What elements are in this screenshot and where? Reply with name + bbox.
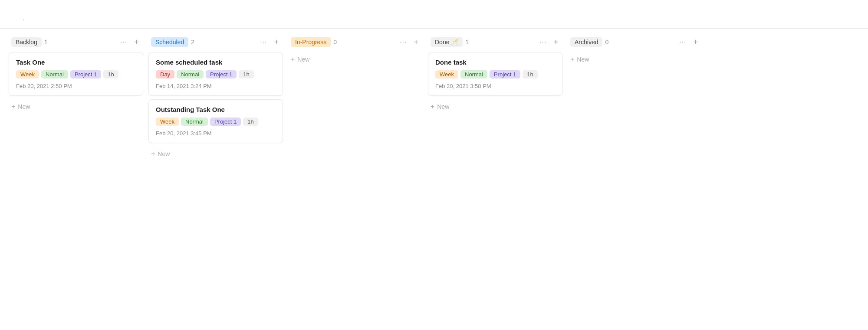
task-title-done-0: Done task: [435, 59, 555, 66]
task-title-scheduled-0: Some scheduled task: [156, 59, 276, 66]
task-tags-done-0: WeekNormalProject 11h: [435, 70, 555, 78]
column-label-scheduled: Scheduled: [151, 37, 188, 47]
new-button-backlog[interactable]: +New: [9, 99, 143, 114]
tag-hour-scheduled-0-3: 1h: [239, 70, 253, 78]
column-add-button-in-progress[interactable]: +: [412, 37, 420, 47]
column-header-scheduled: Scheduled2···+: [148, 36, 283, 49]
column-add-button-done[interactable]: +: [552, 37, 560, 47]
new-button-archived[interactable]: +New: [568, 52, 702, 67]
task-date-scheduled-1: Feb 20, 2021 3:45 PM: [156, 130, 276, 137]
column-header-right-scheduled: ···+: [258, 37, 280, 47]
column-scheduled: Scheduled2···+Some scheduled taskDayNorm…: [148, 36, 283, 161]
column-menu-button-in-progress[interactable]: ···: [398, 38, 408, 46]
column-menu-button-done[interactable]: ···: [538, 38, 548, 46]
new-button-in-progress[interactable]: +New: [288, 52, 423, 67]
new-plus-icon-backlog: +: [11, 103, 15, 111]
column-header-in-progress: In-Progress0···+: [288, 36, 423, 49]
column-header-right-archived: ···+: [677, 37, 700, 47]
task-tags-backlog-0: WeekNormalProject 11h: [16, 70, 136, 78]
board-container: Backlog1···+Task OneWeekNormalProject 11…: [0, 29, 868, 289]
column-menu-button-scheduled[interactable]: ···: [258, 38, 269, 46]
column-header-left-scheduled: Scheduled2: [151, 37, 194, 47]
task-tags-scheduled-0: DayNormalProject 11h: [156, 70, 276, 78]
column-header-archived: Archived0···+: [568, 36, 702, 49]
breadcrumb-separator: ·: [23, 16, 24, 23]
column-backlog: Backlog1···+Task OneWeekNormalProject 11…: [9, 36, 143, 114]
task-card-scheduled-0[interactable]: Some scheduled taskDayNormalProject 11hF…: [148, 52, 283, 96]
tag-normal-done-0-1: Normal: [460, 70, 487, 78]
task-card-backlog-0[interactable]: Task OneWeekNormalProject 11hFeb 20, 202…: [9, 52, 143, 96]
new-label-done: New: [437, 103, 449, 110]
task-card-scheduled-1[interactable]: Outstanding Task OneWeekNormalProject 11…: [148, 99, 283, 143]
column-label-backlog: Backlog: [11, 37, 42, 47]
tag-week-backlog-0-0: Week: [16, 70, 39, 78]
column-header-left-archived: Archived0: [570, 37, 608, 47]
tag-project1-done-0-2: Project 1: [490, 70, 520, 78]
new-label-backlog: New: [18, 103, 30, 110]
new-label-archived: New: [577, 56, 589, 63]
new-plus-icon-scheduled: +: [151, 150, 155, 158]
tag-day-scheduled-0-0: Day: [156, 70, 174, 78]
column-count-done: 1: [465, 39, 469, 46]
column-add-button-archived[interactable]: +: [691, 37, 700, 47]
column-count-in-progress: 0: [333, 39, 337, 46]
new-button-scheduled[interactable]: +New: [148, 147, 283, 161]
tag-normal-scheduled-1-1: Normal: [181, 118, 208, 126]
tag-week-done-0-0: Week: [435, 70, 458, 78]
new-label-in-progress: New: [297, 56, 309, 63]
column-menu-button-backlog[interactable]: ···: [118, 38, 129, 46]
column-add-button-backlog[interactable]: +: [132, 37, 141, 47]
app-header: [0, 0, 868, 13]
new-plus-icon-archived: +: [570, 56, 574, 63]
column-done: Done 🥂1···+Done taskWeekNormalProject 11…: [428, 36, 562, 114]
column-label-archived: Archived: [570, 37, 602, 47]
tag-hour-scheduled-1-3: 1h: [243, 118, 258, 126]
column-archived: Archived0···++New: [568, 36, 702, 67]
column-header-done: Done 🥂1···+: [428, 36, 562, 49]
column-count-archived: 0: [605, 39, 608, 46]
tag-project1-scheduled-1-2: Project 1: [210, 118, 241, 126]
column-label-in-progress: In-Progress: [291, 37, 331, 47]
column-header-left-done: Done 🥂1: [431, 37, 469, 47]
column-header-right-in-progress: ···+: [398, 37, 420, 47]
column-label-done: Done 🥂: [431, 37, 463, 47]
tag-project1-scheduled-0-2: Project 1: [206, 70, 237, 78]
task-date-done-0: Feb 20, 2021 3:58 PM: [435, 83, 555, 89]
column-header-left-backlog: Backlog1: [11, 37, 48, 47]
new-label-scheduled: New: [158, 150, 170, 157]
task-tags-scheduled-1: WeekNormalProject 11h: [156, 118, 276, 126]
new-plus-icon-in-progress: +: [291, 56, 295, 63]
tag-project1-backlog-0-2: Project 1: [70, 70, 101, 78]
task-title-backlog-0: Task One: [16, 59, 136, 66]
new-plus-icon-done: +: [431, 103, 434, 111]
breadcrumb: ·: [0, 13, 868, 28]
tag-normal-scheduled-0-1: Normal: [177, 70, 204, 78]
task-card-done-0[interactable]: Done taskWeekNormalProject 11hFeb 20, 20…: [428, 52, 562, 96]
column-add-button-scheduled[interactable]: +: [272, 37, 280, 47]
new-button-done[interactable]: +New: [428, 99, 562, 114]
column-header-right-done: ···+: [538, 37, 560, 47]
column-count-scheduled: 2: [191, 39, 194, 46]
task-title-scheduled-1: Outstanding Task One: [156, 106, 276, 113]
tag-hour-backlog-0-3: 1h: [103, 70, 118, 78]
column-menu-button-archived[interactable]: ···: [677, 38, 688, 46]
column-header-right-backlog: ···+: [118, 37, 141, 47]
column-header-left-in-progress: In-Progress0: [291, 37, 337, 47]
column-in-progress: In-Progress0···++New: [288, 36, 423, 67]
tag-week-scheduled-1-0: Week: [156, 118, 179, 126]
tag-normal-backlog-0-1: Normal: [41, 70, 68, 78]
column-header-backlog: Backlog1···+: [9, 36, 143, 49]
task-date-backlog-0: Feb 20, 2021 2:50 PM: [16, 83, 136, 89]
task-date-scheduled-0: Feb 14, 2021 3:24 PM: [156, 83, 276, 89]
tag-hour-done-0-3: 1h: [523, 70, 537, 78]
column-count-backlog: 1: [44, 39, 48, 46]
